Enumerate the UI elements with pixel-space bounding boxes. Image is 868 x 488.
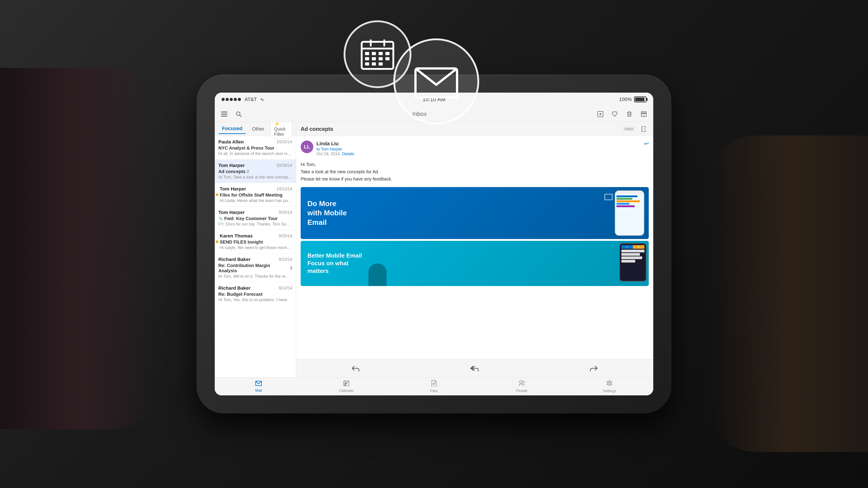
forward-button[interactable] bbox=[577, 365, 612, 372]
action-bar bbox=[296, 359, 653, 377]
to-line: to Tom Harper bbox=[316, 147, 649, 152]
details-link[interactable]: Details bbox=[342, 152, 354, 156]
email-item[interactable]: Tom Harper 10/12/14 Files for Offsite St… bbox=[215, 183, 296, 206]
reply-button[interactable] bbox=[338, 365, 373, 372]
detail-actions: Inbox bbox=[623, 124, 649, 134]
bottom-navigation: Mail Calendar Files bbox=[215, 377, 653, 395]
hand-right-decoration bbox=[710, 135, 868, 452]
toolbar-left bbox=[219, 109, 244, 119]
svg-rect-38 bbox=[345, 385, 346, 385]
nav-label-files: Files bbox=[430, 389, 438, 393]
email-item-header: Richard Baker 9/12/14 bbox=[218, 257, 292, 262]
mini-bar bbox=[616, 203, 629, 205]
battery-icon bbox=[634, 96, 647, 102]
inbox-tag: Inbox bbox=[623, 126, 635, 132]
detail-header: Ad concepts Inbox bbox=[296, 122, 653, 136]
reply-all-button[interactable] bbox=[456, 365, 493, 372]
email-sender: Tom Harper bbox=[218, 163, 245, 168]
toolbar-right bbox=[595, 109, 649, 119]
phone-graphic-2: F O bbox=[619, 243, 647, 282]
email-subject: Re: Budget Forecast bbox=[218, 292, 292, 297]
svg-rect-24 bbox=[628, 112, 631, 116]
email-item[interactable]: Tom Harper 9/25/14 📎 Fwd: Key Customer T… bbox=[215, 206, 296, 230]
email-item[interactable]: Karen Thomas 9/25/14 SEND FILES tonight … bbox=[215, 230, 296, 254]
trash-button[interactable] bbox=[624, 109, 634, 119]
svg-rect-18 bbox=[221, 116, 227, 117]
search-button[interactable] bbox=[234, 109, 244, 119]
svg-rect-4 bbox=[365, 52, 369, 55]
nav-label-mail: Mail bbox=[255, 389, 262, 393]
count-badge: 2 bbox=[247, 169, 249, 174]
email-date: 9/12/14 bbox=[279, 286, 292, 291]
nav-item-people[interactable]: People bbox=[478, 378, 565, 395]
nav-item-mail[interactable]: Mail bbox=[215, 378, 303, 395]
phone-body-1 bbox=[615, 191, 644, 236]
nav-item-settings[interactable]: Settings bbox=[565, 378, 653, 395]
email-item-header: Tom Harper 10/18/14 bbox=[218, 163, 292, 168]
email-item[interactable]: Paula Allen 10/22/14 NYC Analyst & Press… bbox=[215, 136, 296, 160]
mini-bar bbox=[616, 198, 632, 200]
nav-item-files[interactable]: Files bbox=[390, 378, 478, 395]
nav-item-calendar[interactable]: Calendar bbox=[303, 378, 390, 395]
small-mail-icon bbox=[604, 194, 613, 200]
svg-point-44 bbox=[609, 382, 610, 384]
sender-name-row: Linda Liu ↩ bbox=[316, 140, 649, 147]
mail-svg-icon bbox=[414, 64, 459, 98]
sender-avatar: LL bbox=[301, 140, 313, 153]
email-date: 10/22/14 bbox=[276, 140, 292, 144]
email-date: 9/25/14 bbox=[279, 234, 292, 238]
svg-rect-5 bbox=[372, 52, 376, 55]
email-list-panel: Focused Other ⚡ Quick Filter bbox=[215, 122, 296, 377]
tablet-device: AT&T ∿ 10:10 AM 100% bbox=[197, 74, 671, 414]
tabs-row: Focused Other ⚡ Quick Filter bbox=[215, 122, 296, 136]
main-area: Focused Other ⚡ Quick Filter bbox=[215, 122, 653, 377]
ad-image-1: Do More with Mobile Email bbox=[301, 187, 649, 239]
reply-button[interactable]: ↩ bbox=[644, 140, 649, 147]
svg-rect-12 bbox=[365, 62, 369, 66]
nav-label-settings: Settings bbox=[603, 389, 616, 393]
battery-fill bbox=[635, 98, 645, 101]
mini-bar bbox=[616, 195, 638, 197]
email-sender: Tom Harper bbox=[218, 210, 245, 215]
svg-rect-14 bbox=[379, 62, 383, 66]
tablet-screen: AT&T ∿ 10:10 AM 100% bbox=[215, 93, 653, 395]
hand-left-decoration bbox=[0, 68, 158, 429]
tab-focused[interactable]: Focused bbox=[218, 124, 246, 134]
email-item-header: Richard Baker 9/12/14 bbox=[218, 285, 292, 291]
svg-rect-13 bbox=[372, 62, 376, 66]
email-subject: Re: Contribution Margin Analysis 3 bbox=[218, 263, 292, 273]
phone-screen-mini bbox=[616, 194, 644, 235]
email-item[interactable]: Richard Baker 9/12/14 Re: Budget Forecas… bbox=[215, 282, 296, 306]
email-preview: Hi all, In advance of the launch next mo… bbox=[218, 151, 292, 156]
svg-rect-7 bbox=[385, 52, 390, 55]
flag-button[interactable] bbox=[639, 124, 649, 134]
email-item[interactable]: Tom Harper 10/18/14 Ad concepts 2 Hi Tom… bbox=[215, 160, 296, 183]
wifi-icon: ∿ bbox=[260, 97, 264, 102]
svg-rect-37 bbox=[346, 383, 347, 384]
email-sender: Richard Baker bbox=[218, 285, 250, 291]
nav-label-people: People bbox=[516, 389, 527, 393]
email-body: Hi Tom, Take a look at the new concepts … bbox=[301, 161, 649, 183]
email-subject: Files for Offsite Staff Meeting bbox=[220, 193, 292, 198]
svg-rect-30 bbox=[642, 127, 642, 132]
archive-button[interactable] bbox=[639, 109, 649, 119]
menu-button[interactable] bbox=[219, 109, 229, 119]
ad-text-2: Better Mobile Email Focus on what matter… bbox=[307, 252, 366, 275]
email-items-list: Paula Allen 10/22/14 NYC Analyst & Press… bbox=[215, 136, 296, 377]
svg-point-19 bbox=[237, 112, 240, 116]
mini-tab-focused: F bbox=[621, 245, 633, 249]
email-item-header: Karen Thomas 9/25/14 bbox=[220, 233, 292, 238]
mini-bar bbox=[616, 205, 635, 207]
compose-button[interactable] bbox=[595, 109, 605, 119]
email-subject: NYC Analyst & Press Tour bbox=[218, 145, 292, 151]
carrier-label: AT&T bbox=[245, 96, 257, 102]
detail-subject-title: Ad concepts bbox=[301, 126, 333, 132]
svg-rect-8 bbox=[365, 57, 369, 60]
favorite-button[interactable] bbox=[610, 109, 620, 119]
tab-other[interactable]: Other bbox=[248, 124, 268, 134]
svg-rect-6 bbox=[379, 52, 383, 55]
email-item[interactable]: Richard Baker 9/12/14 Re: Contribution M… bbox=[215, 254, 296, 282]
files-nav-icon bbox=[431, 380, 437, 388]
sender-name: Linda Liu bbox=[316, 141, 339, 147]
email-item-header: Tom Harper 10/12/14 bbox=[220, 186, 292, 192]
